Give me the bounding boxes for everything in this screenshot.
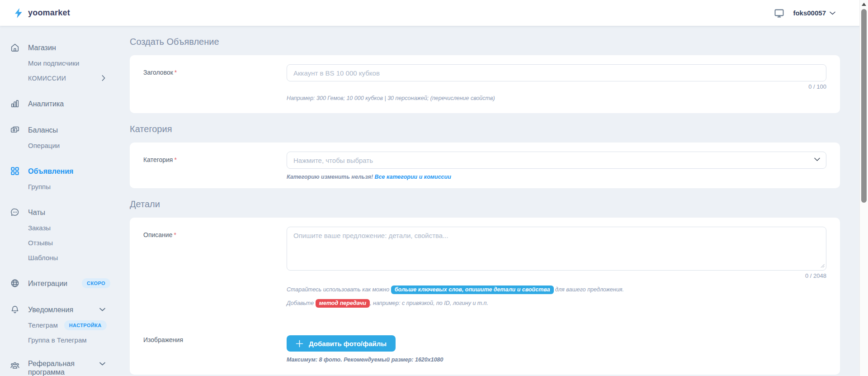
brand-logo[interactable]: yoomarket — [14, 8, 70, 19]
sidebar-item-subscribers[interactable]: Мои подписчики — [10, 56, 105, 71]
bell-icon — [10, 305, 20, 314]
home-icon — [10, 43, 20, 52]
sidebar-item-orders[interactable]: Заказы — [10, 220, 105, 235]
topbar: yoomarket foks00057 — [0, 0, 868, 26]
required-asterisk: * — [175, 69, 177, 76]
sidebar-item-commissions[interactable]: КОМИССИИ — [10, 71, 105, 86]
main-content: Создать Объявление Заголовок* 0 / 100 На… — [111, 26, 840, 376]
description-field-label: Описание* — [143, 227, 287, 308]
category-section-title: Категория — [130, 124, 840, 134]
sidebar-item-shop[interactable]: Магазин — [10, 39, 105, 56]
sidebar-item-analytics[interactable]: Аналитика — [10, 95, 105, 112]
sidebar-item-chats[interactable]: Чаты — [10, 204, 105, 220]
sidebar-item-listings[interactable]: Объявления — [10, 163, 105, 179]
bar-chart-icon — [10, 99, 20, 109]
category-hint: Категорию изменить нельзя! Все категории… — [287, 173, 826, 181]
sidebar-item-groups[interactable]: Группы — [10, 179, 105, 194]
scroll-up-button[interactable] — [860, 0, 868, 8]
required-asterisk: * — [174, 156, 176, 163]
sidebar-item-reviews[interactable]: Отзывы — [10, 235, 105, 250]
description-char-counter: 0 / 2048 — [287, 272, 826, 279]
scrollbar-thumb[interactable] — [861, 9, 867, 203]
globe-icon — [10, 278, 20, 288]
monitor-icon[interactable] — [774, 8, 785, 19]
title-hint: Например: 300 Гемов; 10 000 кубков | 30 … — [287, 94, 826, 102]
soon-badge: СКОРО — [82, 278, 110, 288]
setup-badge: НАСТРОЙКА — [64, 320, 107, 330]
chat-bubble-icon — [10, 207, 20, 217]
add-photos-button[interactable]: Добавить фото/файлы — [287, 335, 396, 352]
details-section-title: Детали — [130, 199, 840, 209]
description-hint-transfer: Добавьте метод передачи, например: с при… — [287, 298, 826, 308]
wallet-cards-icon — [10, 125, 20, 135]
sidebar-item-telegram[interactable]: Телеграм НАСТРОЙКА — [10, 318, 105, 333]
page-title: Создать Объявление — [130, 37, 840, 47]
details-card: Описание* 0 / 2048 Старайтесь использова… — [130, 218, 840, 375]
chevron-right-icon — [102, 75, 105, 81]
required-asterisk: * — [174, 231, 176, 238]
sidebar-item-integrations[interactable]: Интеграции СКОРО — [10, 275, 105, 291]
title-input[interactable] — [287, 64, 826, 81]
username: foks00057 — [793, 9, 826, 17]
brand-name: yoomarket — [28, 8, 70, 18]
title-char-counter: 0 / 100 — [287, 83, 826, 90]
images-hint: Максимум: 8 фото. Рекомендуемый размер: … — [287, 356, 826, 364]
lightning-bolt-icon — [14, 8, 24, 19]
user-menu[interactable]: foks00057 — [774, 8, 835, 19]
users-icon — [10, 360, 20, 370]
plus-icon — [296, 340, 303, 347]
create-card: Заголовок* 0 / 100 Например: 300 Гемов; … — [130, 55, 840, 113]
category-card: Категория* Нажмите, чтобы выбрать Катего… — [130, 143, 840, 188]
sidebar-item-telegram-group[interactable]: Группа в Телеграм — [10, 333, 105, 347]
sidebar-item-balances[interactable]: Балансы — [10, 122, 105, 138]
category-select-placeholder: Нажмите, чтобы выбрать — [293, 157, 373, 164]
sidebar-item-referral[interactable]: Реферальная программа — [10, 357, 105, 376]
category-select[interactable]: Нажмите, чтобы выбрать — [287, 152, 826, 169]
page-scrollbar[interactable] — [859, 0, 868, 376]
title-field-label: Заголовок* — [143, 64, 287, 102]
description-textarea[interactable] — [287, 227, 826, 271]
scroll-up-icon — [862, 3, 866, 6]
grid-icon — [10, 166, 20, 176]
chevron-down-icon — [814, 157, 820, 162]
images-field-label: Изображения — [143, 326, 287, 364]
sidebar: Магазин Мои подписчики КОМИССИИ Аналитик… — [0, 26, 111, 376]
description-hint-keywords: Старайтесь использовать как можно больше… — [287, 285, 826, 295]
category-field-label: Категория* — [143, 152, 287, 181]
resize-handle-icon[interactable] — [821, 264, 825, 268]
sidebar-item-templates[interactable]: Шаблоны — [10, 250, 105, 265]
chevron-down-icon — [99, 362, 105, 366]
all-categories-link[interactable]: Все категории и комиссии — [375, 174, 451, 180]
chevron-down-icon — [99, 308, 105, 311]
keywords-badge: больше ключевых слов, опишите детали и с… — [391, 286, 554, 294]
sidebar-item-notifications[interactable]: Уведомления — [10, 301, 105, 318]
chevron-down-icon — [830, 11, 835, 15]
sidebar-item-operations[interactable]: Операции — [10, 138, 105, 153]
transfer-method-badge: метод передачи — [316, 299, 370, 308]
